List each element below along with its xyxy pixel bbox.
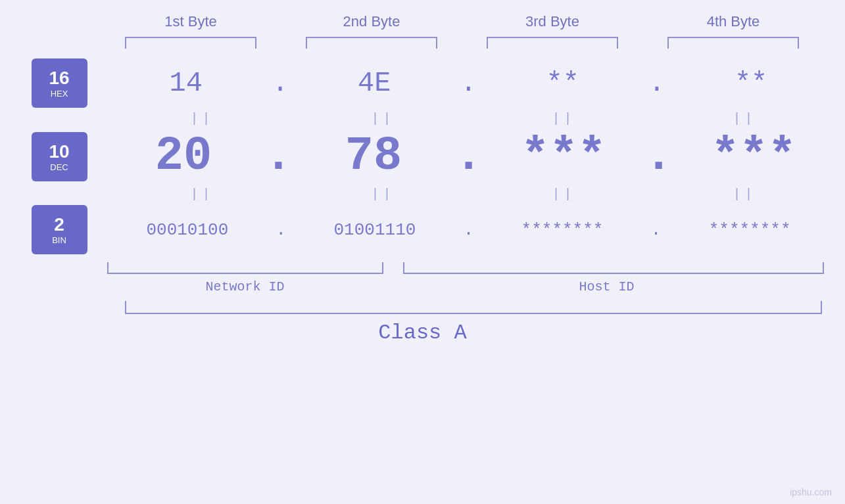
hex-byte-2: 4E: [302, 68, 447, 99]
byte-headers-row: 1st Byte 2nd Byte 3rd Byte 4th Byte: [101, 13, 824, 30]
dec-badge-label: DEC: [50, 162, 68, 172]
hex-dot-3: .: [648, 68, 665, 99]
dec-byte-1: 20: [111, 129, 256, 183]
hex-data-row: 16 HEX 14 . 4E . ** . **: [2, 58, 844, 108]
dec-data-row: 10 DEC 20 . 78 . *** . ***: [2, 129, 844, 183]
equals-row-1: || || || ||: [112, 111, 835, 126]
bracket-top-2: [306, 37, 437, 49]
byte-header-2: 2nd Byte: [299, 13, 444, 30]
hex-badge-num: 16: [49, 68, 69, 89]
hex-badge: 16 HEX: [32, 58, 87, 108]
bin-data-row: 2 BIN 00010100 . 01001110 . ******** . *…: [2, 205, 844, 254]
bin-badge: 2 BIN: [32, 205, 87, 254]
dec-badge-num: 10: [49, 141, 69, 162]
dec-dot-3: .: [644, 129, 673, 183]
eq-2: ||: [311, 111, 456, 126]
top-brackets: [101, 37, 824, 49]
equals-row-2: || || || ||: [112, 187, 835, 202]
bracket-top-3: [487, 37, 618, 49]
network-id-label: Network ID: [101, 279, 390, 294]
dec-byte-4: ***: [681, 129, 826, 183]
dec-values: 20 . 78 . *** . ***: [107, 129, 844, 183]
eq-1: ||: [130, 111, 275, 126]
eq2-4: ||: [673, 187, 817, 202]
bracket-host: [403, 262, 824, 274]
hex-byte-1: 14: [114, 68, 258, 99]
dec-dot-1: .: [264, 129, 293, 183]
byte-header-1: 1st Byte: [118, 13, 263, 30]
hex-byte-4: **: [679, 68, 823, 99]
main-container: 1st Byte 2nd Byte 3rd Byte 4th Byte 16 H…: [0, 0, 845, 504]
hex-badge-label: HEX: [51, 89, 68, 99]
bin-byte-1: 00010100: [115, 220, 260, 240]
bin-byte-4: ********: [677, 220, 822, 240]
bin-dot-1: .: [276, 220, 287, 240]
hex-byte-3: **: [491, 68, 635, 99]
bracket-top-1: [125, 37, 256, 49]
hex-dot-2: .: [460, 68, 477, 99]
bin-byte-2: 01001110: [302, 220, 447, 240]
host-id-label: Host ID: [390, 279, 824, 294]
labels-row: Network ID Host ID: [101, 279, 824, 294]
bin-dot-2: .: [464, 220, 474, 240]
dec-dot-2: .: [454, 129, 483, 183]
dec-byte-2: 78: [301, 129, 446, 183]
bracket-top-4: [667, 37, 799, 49]
byte-header-3: 3rd Byte: [480, 13, 625, 30]
bottom-brackets: [101, 262, 824, 274]
eq2-3: ||: [492, 187, 637, 202]
eq-3: ||: [492, 111, 637, 126]
eq-4: ||: [673, 111, 817, 126]
bin-values: 00010100 . 01001110 . ******** . *******…: [107, 220, 844, 240]
bracket-network: [107, 262, 383, 274]
bin-badge-num: 2: [54, 214, 64, 235]
eq2-1: ||: [130, 187, 275, 202]
bin-byte-3: ********: [490, 220, 635, 240]
bin-dot-3: .: [651, 220, 662, 240]
hex-dot-1: .: [272, 68, 288, 99]
full-bottom-bracket: [125, 301, 822, 314]
attribution: ipshu.com: [790, 487, 832, 497]
dec-byte-3: ***: [491, 129, 636, 183]
class-label: Class A: [0, 321, 845, 345]
hex-values: 14 . 4E . ** . **: [107, 68, 844, 99]
dec-badge: 10 DEC: [32, 132, 87, 181]
bin-badge-label: BIN: [52, 235, 66, 245]
byte-header-4: 4th Byte: [661, 13, 806, 30]
eq2-2: ||: [311, 187, 456, 202]
